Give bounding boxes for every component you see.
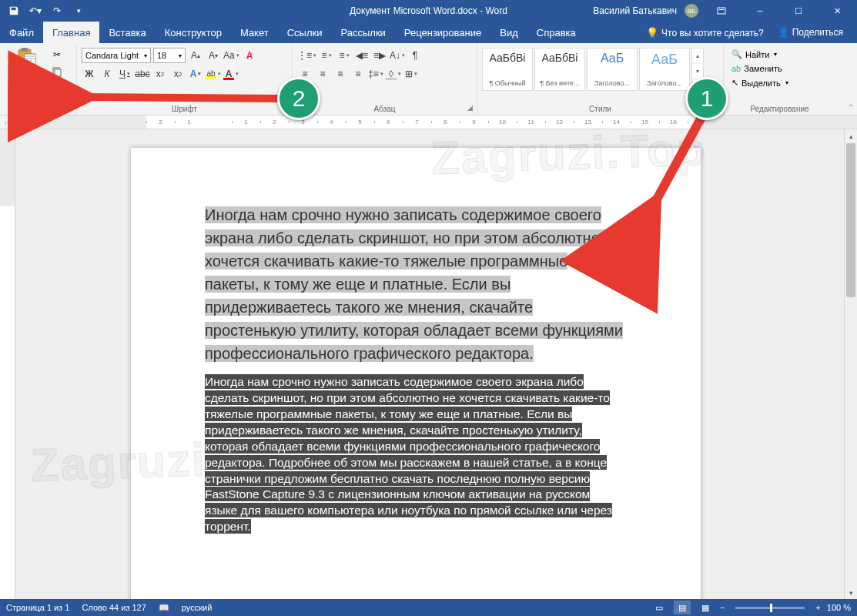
collapse-ribbon-icon[interactable]: ⌃ [848, 103, 854, 112]
editing-group-label: Редактирование [724, 105, 835, 113]
svg-rect-3 [22, 48, 28, 52]
annotation-arrow-2 [71, 80, 286, 114]
align-right-icon[interactable]: ≡ [333, 66, 348, 82]
replace-button[interactable]: abЗаменить [728, 62, 831, 75]
justify-icon[interactable]: ≡ [350, 66, 366, 82]
shading-icon[interactable]: ◊ [386, 66, 401, 82]
line-spacing-icon[interactable]: ‡≡ [368, 66, 383, 82]
paragraph-1[interactable]: Иногда нам срочно нужно записать содержи… [205, 203, 624, 365]
annotation-badge-1: 1 [685, 77, 728, 120]
font-name-select[interactable]: Candara Light▾ [82, 48, 151, 63]
tab-file[interactable]: Файл [0, 22, 43, 43]
scroll-up-icon[interactable]: ▴ [845, 129, 857, 142]
ribbon-tabs: Файл Главная Вставка Конструктор Макет С… [0, 22, 857, 43]
annotation-badge-2: 2 [277, 77, 320, 120]
status-bar: Страница 1 из 1 Слово 44 из 127 📖 русски… [0, 599, 857, 616]
lightbulb-icon: 💡 [646, 27, 658, 38]
svg-rect-1 [719, 9, 724, 10]
bold-button[interactable]: Ж [82, 66, 97, 82]
save-icon[interactable] [6, 3, 22, 18]
tell-me-search[interactable]: 💡Что вы хотите сделать? [646, 27, 764, 38]
italic-button[interactable]: К [99, 66, 115, 82]
style-normal[interactable]: АаБбВі¶ Обычный [482, 48, 533, 91]
superscript-button[interactable]: x2 [170, 66, 186, 82]
annotation-arrow-1 [631, 114, 724, 225]
tab-selector[interactable]: ⌐ [0, 116, 15, 129]
zoom-slider[interactable] [735, 607, 805, 609]
font-size-select[interactable]: 18▾ [153, 48, 186, 63]
cut-icon[interactable]: ✂ [49, 48, 65, 62]
copy-icon[interactable] [49, 65, 65, 79]
qat-customize-icon[interactable]: ▾ [71, 3, 86, 18]
close-button[interactable]: ✕ [822, 0, 852, 22]
align-center-icon[interactable]: ≡ [315, 66, 330, 82]
undo-icon[interactable]: ↶▾ [28, 3, 43, 18]
font-color-icon[interactable]: A [223, 66, 239, 82]
strikethrough-button[interactable]: abc [135, 66, 150, 82]
tab-insert[interactable]: Вставка [99, 22, 155, 43]
zoom-level[interactable]: 100 % [827, 603, 851, 612]
user-name[interactable]: Василий Батькавич [593, 5, 677, 16]
show-marks-icon[interactable]: ¶ [407, 48, 423, 63]
find-button[interactable]: 🔍Найти▾ [728, 48, 831, 61]
sort-icon[interactable]: A↓ [390, 48, 405, 63]
svg-rect-7 [55, 91, 57, 93]
share-icon: 👤 [778, 27, 789, 38]
numbering-icon[interactable]: ≡ [319, 48, 334, 63]
borders-icon[interactable]: ⊞ [403, 66, 419, 82]
maximize-button[interactable]: ☐ [783, 0, 814, 22]
page-indicator[interactable]: Страница 1 из 1 [6, 603, 69, 612]
vertical-scrollbar[interactable]: ▴ ▾ [844, 129, 857, 599]
zoom-out-icon[interactable]: − [720, 603, 725, 612]
scroll-thumb[interactable] [846, 143, 855, 297]
style-heading1[interactable]: АаБЗаголово... [587, 48, 638, 91]
tab-help[interactable]: Справка [527, 22, 585, 43]
clear-formatting-icon[interactable]: A̷ [242, 48, 257, 63]
read-mode-icon[interactable]: ▭ [651, 601, 668, 614]
grow-font-icon[interactable]: A▴ [188, 48, 203, 63]
cursor-icon: ↖ [731, 78, 738, 88]
style-no-spacing[interactable]: АаБбВі¶ Без инте... [534, 48, 585, 91]
ribbon-display-options-icon[interactable] [706, 0, 737, 22]
svg-line-8 [85, 97, 279, 99]
minimize-button[interactable]: ─ [745, 0, 775, 22]
language-indicator[interactable]: русский [182, 603, 212, 612]
shrink-font-icon[interactable]: A▾ [206, 48, 221, 63]
tab-home[interactable]: Главная [43, 22, 99, 43]
title-bar: ↶▾ ↷ ▾ Документ Microsoft Word.docx - Wo… [0, 0, 857, 22]
tab-layout[interactable]: Макет [231, 22, 278, 43]
highlight-color-icon[interactable]: ab [206, 66, 221, 82]
bullets-icon[interactable]: ⋮≡ [297, 48, 316, 63]
user-avatar[interactable]: ВБ [685, 4, 698, 18]
change-case-icon[interactable]: Aa [223, 48, 239, 63]
word-count[interactable]: Слово 44 из 127 [82, 603, 146, 612]
spellcheck-icon[interactable]: 📖 [159, 603, 169, 613]
print-layout-icon[interactable]: ▤ [674, 601, 691, 614]
replace-icon: ab [731, 64, 741, 73]
tab-references[interactable]: Ссылки [278, 22, 332, 43]
multilevel-list-icon[interactable]: ≡ [336, 48, 352, 63]
paragraph-launcher-icon[interactable]: ◢ [465, 103, 474, 112]
tab-view[interactable]: Вид [490, 22, 527, 43]
tab-review[interactable]: Рецензирование [395, 22, 490, 43]
paragraph-2[interactable]: Иногда нам срочно нужно записать содержи… [205, 374, 624, 535]
share-button[interactable]: 👤Поделиться [778, 27, 843, 38]
increase-indent-icon[interactable]: ≡▶ [372, 48, 387, 63]
decrease-indent-icon[interactable]: ◀≡ [354, 48, 370, 63]
text-effects-icon[interactable]: A [188, 66, 203, 82]
horizontal-ruler[interactable]: ⌐ 211234567891011121314151617 [0, 116, 857, 129]
select-button[interactable]: ↖Выделить▾ [728, 76, 831, 89]
scroll-down-icon[interactable]: ▾ [845, 586, 857, 599]
tab-design[interactable]: Конструктор [156, 22, 231, 43]
redo-icon[interactable]: ↷ [49, 3, 65, 18]
tab-mailings[interactable]: Рассылки [331, 22, 394, 43]
format-painter-icon[interactable] [49, 82, 65, 95]
web-layout-icon[interactable]: ▦ [697, 601, 714, 614]
clipboard-icon [14, 46, 38, 71]
zoom-in-icon[interactable]: + [815, 603, 820, 612]
underline-button[interactable]: Ч [117, 66, 132, 82]
style-heading2[interactable]: АаБЗаголово... [639, 48, 690, 91]
vertical-ruler[interactable] [0, 129, 15, 599]
svg-line-9 [653, 119, 701, 206]
subscript-button[interactable]: x2 [152, 66, 168, 82]
